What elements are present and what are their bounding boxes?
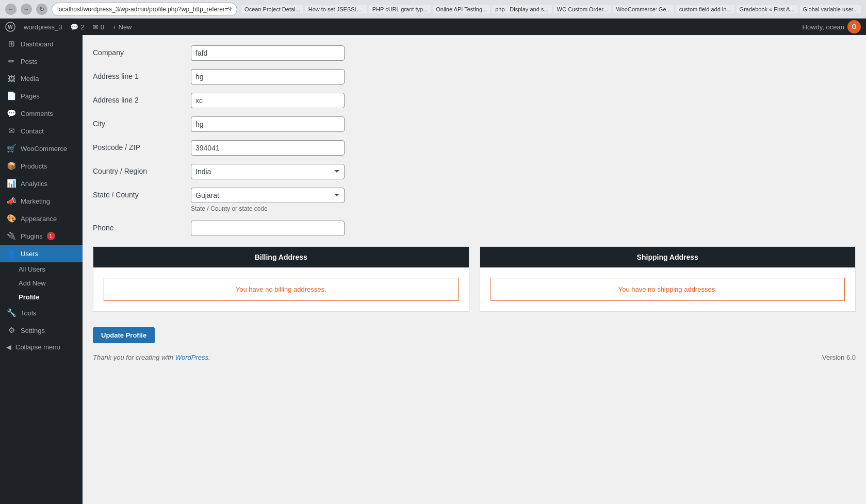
sidebar-submenu-all-users[interactable]: All Users bbox=[0, 262, 83, 276]
collapse-menu[interactable]: ◀ Collapse menu bbox=[0, 339, 83, 355]
company-input[interactable] bbox=[191, 45, 345, 61]
bookmark-9[interactable]: Gradebook « First A... bbox=[737, 5, 798, 13]
sidebar-item-appearance[interactable]: 🎨 Appearance bbox=[0, 210, 83, 227]
state-select[interactable]: Gujarat bbox=[191, 188, 345, 203]
sidebar-item-dashboard[interactable]: ⊞ Dashboard bbox=[0, 35, 83, 53]
sidebar-item-label: Tools bbox=[21, 309, 36, 317]
wp-admin-bar: W wordpress_3 💬 2 ✉ 0 + New Howdy, ocean… bbox=[0, 19, 866, 35]
address2-row: Address line 2 bbox=[93, 93, 856, 108]
wp-footer: Thank you for creating with WordPress. V… bbox=[93, 343, 856, 366]
state-field: Gujarat State / County or state code bbox=[191, 188, 449, 212]
shipping-no-address: You have no shipping addresses. bbox=[491, 278, 845, 301]
update-profile-button[interactable]: Update Profile bbox=[93, 327, 155, 343]
sidebar-item-label: Dashboard bbox=[21, 40, 54, 48]
city-input[interactable] bbox=[191, 116, 345, 132]
sidebar: ⊞ Dashboard ✏ Posts 🖼 Media 📄 Pages 💬 Co… bbox=[0, 35, 83, 504]
postcode-field bbox=[191, 140, 449, 156]
country-row: Country / Region India bbox=[93, 164, 856, 179]
contact-icon: ✉ bbox=[6, 126, 17, 136]
company-label: Company bbox=[93, 45, 191, 57]
dashboard-icon: ⊞ bbox=[6, 39, 17, 48]
main-content: Company Address line 1 Address line 2 Ci… bbox=[83, 35, 866, 504]
sidebar-item-label: Users bbox=[21, 250, 38, 258]
forward-button[interactable]: → bbox=[21, 4, 32, 15]
phone-input[interactable] bbox=[191, 221, 345, 236]
comments-count[interactable]: 💬 2 bbox=[70, 23, 84, 31]
refresh-button[interactable]: ↻ bbox=[36, 4, 47, 15]
state-label: State / County bbox=[93, 188, 191, 199]
bookmark-10[interactable]: Global variable user... bbox=[800, 5, 861, 13]
collapse-icon: ◀ bbox=[6, 343, 11, 351]
pages-icon: 📄 bbox=[6, 91, 17, 100]
footer-version: Version 6.0 bbox=[822, 354, 856, 361]
country-select[interactable]: India bbox=[191, 164, 345, 179]
sidebar-submenu-profile[interactable]: Profile bbox=[0, 290, 83, 304]
city-label: City bbox=[93, 116, 191, 128]
media-icon: 🖼 bbox=[6, 74, 17, 83]
analytics-icon: 📊 bbox=[6, 179, 17, 188]
avatar: O bbox=[847, 20, 861, 33]
shipping-card: Shipping Address You have no shipping ad… bbox=[480, 246, 856, 312]
footer-wordpress-link[interactable]: WordPress bbox=[175, 354, 208, 361]
bookmark-8[interactable]: custom field add in... bbox=[676, 5, 734, 13]
wp-logo-icon: W bbox=[5, 22, 15, 32]
sidebar-item-plugins[interactable]: 🔌 Plugins 1 bbox=[0, 227, 83, 245]
bookmark-5[interactable]: php - Display and s... bbox=[492, 5, 551, 13]
tools-icon: 🔧 bbox=[6, 308, 17, 317]
sidebar-item-marketing[interactable]: 📣 Marketing bbox=[0, 192, 83, 210]
posts-icon: ✏ bbox=[6, 57, 17, 66]
sidebar-item-settings[interactable]: ⚙ Settings bbox=[0, 322, 83, 339]
bookmark-7[interactable]: WooCommerce: Ge... bbox=[613, 5, 674, 13]
company-field bbox=[191, 45, 449, 61]
sidebar-item-posts[interactable]: ✏ Posts bbox=[0, 53, 83, 70]
bookmark-6[interactable]: WC Custom Order... bbox=[554, 5, 611, 13]
sidebar-item-comments[interactable]: 💬 Comments bbox=[0, 105, 83, 122]
sidebar-item-label: Contact bbox=[21, 127, 44, 135]
company-row: Company bbox=[93, 45, 856, 61]
users-submenu: All Users Add New Profile bbox=[0, 262, 83, 304]
phone-label: Phone bbox=[93, 221, 191, 232]
howdy-menu[interactable]: Howdy, ocean O bbox=[803, 20, 861, 33]
sidebar-item-media[interactable]: 🖼 Media bbox=[0, 70, 83, 87]
address-section: Billing Address You have no billing addr… bbox=[93, 246, 856, 312]
sidebar-item-label: Analytics bbox=[21, 180, 47, 188]
city-row: City bbox=[93, 116, 856, 132]
sidebar-item-tools[interactable]: 🔧 Tools bbox=[0, 304, 83, 322]
sidebar-item-label: Settings bbox=[21, 327, 45, 334]
sidebar-submenu-add-new[interactable]: Add New bbox=[0, 276, 83, 290]
back-button[interactable]: ← bbox=[5, 4, 17, 15]
sidebar-item-products[interactable]: 📦 Products bbox=[0, 157, 83, 175]
sidebar-item-contact[interactable]: ✉ Contact bbox=[0, 122, 83, 140]
woocommerce-icon: 🛒 bbox=[6, 144, 17, 153]
address1-input[interactable] bbox=[191, 69, 345, 85]
postcode-input[interactable] bbox=[191, 140, 345, 156]
bookmarks: Ocean Project Detai... How to set JSESSI… bbox=[241, 5, 861, 13]
site-name[interactable]: wordpress_3 bbox=[24, 23, 62, 31]
sidebar-item-woocommerce[interactable]: 🛒 WooCommerce bbox=[0, 140, 83, 157]
bookmark-4[interactable]: Online API Testing... bbox=[433, 5, 490, 13]
marketing-icon: 📣 bbox=[6, 196, 17, 206]
bookmark-3[interactable]: PHP cURL grant typ... bbox=[369, 5, 431, 13]
address2-label: Address line 2 bbox=[93, 93, 191, 104]
phone-field bbox=[191, 221, 449, 236]
products-icon: 📦 bbox=[6, 161, 17, 171]
bookmark-2[interactable]: How to set JSESSIO... bbox=[305, 5, 367, 13]
sidebar-item-label: Pages bbox=[21, 92, 40, 100]
state-row: State / County Gujarat State / County or… bbox=[93, 188, 856, 212]
messages-count[interactable]: ✉ 0 bbox=[93, 23, 104, 31]
bookmark-1[interactable]: Ocean Project Detai... bbox=[241, 5, 303, 13]
users-icon: 👤 bbox=[6, 249, 17, 258]
city-field bbox=[191, 116, 449, 132]
country-field: India bbox=[191, 164, 449, 179]
address1-field bbox=[191, 69, 449, 85]
settings-icon: ⚙ bbox=[6, 326, 17, 335]
country-label: Country / Region bbox=[93, 164, 191, 175]
billing-body: You have no billing addresses. bbox=[93, 267, 469, 311]
sidebar-item-users[interactable]: 👤 Users bbox=[0, 245, 83, 262]
url-bar[interactable] bbox=[52, 3, 237, 16]
sidebar-item-analytics[interactable]: 📊 Analytics bbox=[0, 175, 83, 192]
sidebar-item-pages[interactable]: 📄 Pages bbox=[0, 87, 83, 105]
address2-input[interactable] bbox=[191, 93, 345, 108]
address2-field bbox=[191, 93, 449, 108]
new-menu[interactable]: + New bbox=[112, 23, 132, 31]
